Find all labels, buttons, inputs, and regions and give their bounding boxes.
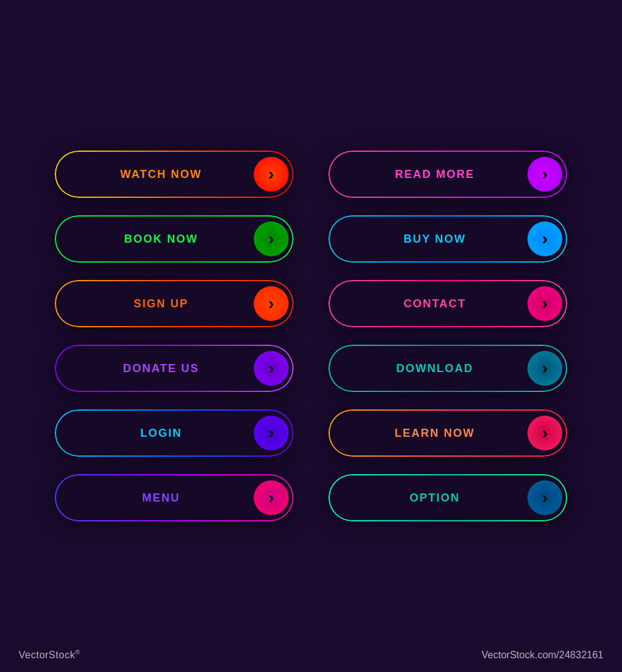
btn-wrapper-download: DOWNLOAD› [330,346,566,391]
contact-button[interactable]: CONTACT› [330,281,566,326]
download-button[interactable]: DOWNLOAD› [330,346,566,391]
donate-us-button[interactable]: DONATE US› [56,346,292,391]
option-button[interactable]: OPTION› [330,475,566,520]
btn-wrapper-contact: CONTACT› [330,281,566,326]
btn-wrapper-option: OPTION› [330,475,566,520]
read-more-icon-circle: › [527,157,562,192]
sign-up-label: SIGN UP [68,297,254,310]
login-label: LOGIN [68,427,254,440]
btn-wrapper-donate-us: DONATE US› [56,346,292,391]
btn-wrapper-watch-now: WATCH NOW› [56,152,292,197]
watch-now-icon-circle: › [254,157,289,192]
learn-now-icon-circle: › [527,416,562,450]
read-more-button[interactable]: READ MORE› [330,152,566,197]
btn-wrapper-login: LOGIN› [56,411,292,455]
contact-icon-circle: › [527,286,562,321]
option-icon-circle: › [527,480,562,515]
btn-wrapper-read-more: READ MORE› [330,152,566,197]
sign-up-button[interactable]: SIGN UP› [56,281,292,326]
sign-up-icon-circle: › [254,286,289,321]
download-label: DOWNLOAD [342,362,527,375]
menu-label: MENU [68,492,254,505]
login-icon-circle: › [254,416,289,450]
menu-icon-circle: › [254,480,289,515]
read-more-arrow-icon: › [542,166,547,183]
learn-now-label: LEARN NOW [342,427,527,440]
buttons-grid: WATCH NOW›READ MORE›BOOK NOW›BUY NOW›SIG… [31,127,591,545]
buy-now-button[interactable]: BUY NOW› [330,217,566,261]
buy-now-label: BUY NOW [342,233,527,246]
btn-wrapper-menu: MENU› [56,475,292,520]
login-arrow-icon: › [268,424,274,442]
learn-now-button[interactable]: LEARN NOW› [330,411,566,455]
buy-now-icon-circle: › [527,222,562,256]
read-more-label: READ MORE [342,168,527,181]
btn-wrapper-learn-now: LEARN NOW› [330,411,566,455]
watermark-right: VectorStock.com/24832161 [481,650,603,661]
watermark-left: VectorStock® [19,649,80,661]
option-arrow-icon: › [542,489,547,506]
watch-now-arrow-icon: › [268,166,274,183]
watch-now-label: WATCH NOW [68,168,254,181]
btn-wrapper-buy-now: BUY NOW› [330,217,566,261]
contact-label: CONTACT [342,297,527,310]
buy-now-arrow-icon: › [542,230,547,248]
login-button[interactable]: LOGIN› [56,411,292,455]
book-now-label: BOOK NOW [68,233,254,246]
contact-arrow-icon: › [542,295,547,312]
download-arrow-icon: › [542,360,547,377]
donate-us-label: DONATE US [68,362,254,375]
menu-button[interactable]: MENU› [56,475,292,520]
book-now-button[interactable]: BOOK NOW› [56,217,292,261]
book-now-icon-circle: › [254,222,289,256]
learn-now-arrow-icon: › [542,424,547,442]
donate-us-icon-circle: › [254,351,289,386]
btn-wrapper-book-now: BOOK NOW› [56,217,292,261]
donate-us-arrow-icon: › [268,360,274,377]
btn-wrapper-sign-up: SIGN UP› [56,281,292,326]
menu-arrow-icon: › [268,489,274,506]
download-icon-circle: › [527,351,562,386]
watch-now-button[interactable]: WATCH NOW› [56,152,292,197]
option-label: OPTION [342,492,527,505]
book-now-arrow-icon: › [268,230,274,248]
sign-up-arrow-icon: › [268,295,274,312]
